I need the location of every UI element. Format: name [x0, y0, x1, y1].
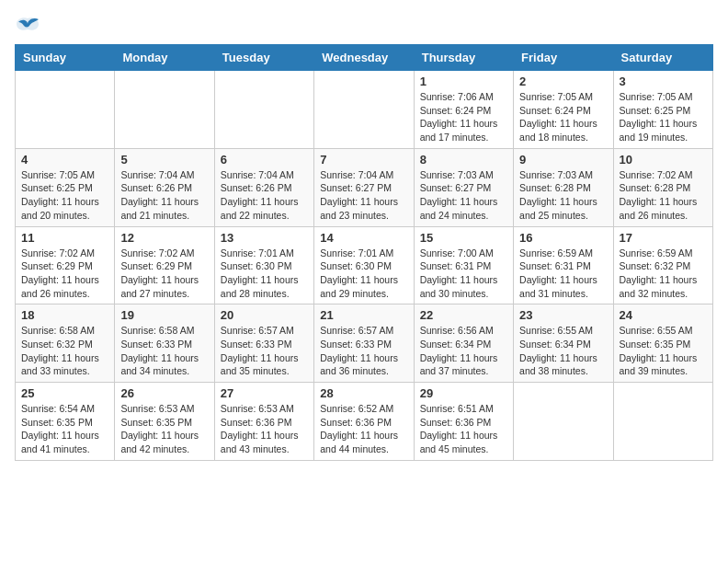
calendar-cell [314, 71, 414, 149]
day-info: Sunrise: 6:52 AM Sunset: 6:36 PM Dayligh… [320, 402, 407, 456]
day-info: Sunrise: 7:05 AM Sunset: 6:24 PM Dayligh… [519, 90, 607, 144]
day-info: Sunrise: 7:02 AM Sunset: 6:28 PM Dayligh… [620, 168, 707, 223]
calendar-cell: 7Sunrise: 7:04 AM Sunset: 6:27 PM Daylig… [314, 148, 414, 226]
day-info: Sunrise: 6:57 AM Sunset: 6:33 PM Dayligh… [221, 324, 308, 378]
calendar-cell [613, 383, 712, 461]
day-number: 13 [221, 231, 308, 245]
weekday-header: Sunday [16, 45, 115, 71]
calendar-cell [514, 383, 613, 461]
day-number: 21 [320, 308, 407, 322]
day-number: 25 [21, 386, 108, 400]
day-info: Sunrise: 6:56 AM Sunset: 6:34 PM Dayligh… [420, 324, 507, 378]
day-info: Sunrise: 6:55 AM Sunset: 6:35 PM Dayligh… [620, 324, 707, 378]
day-info: Sunrise: 6:58 AM Sunset: 6:33 PM Dayligh… [120, 324, 208, 378]
day-info: Sunrise: 6:57 AM Sunset: 6:33 PM Dayligh… [320, 324, 407, 378]
calendar-cell: 5Sunrise: 7:04 AM Sunset: 6:26 PM Daylig… [115, 148, 214, 226]
day-info: Sunrise: 7:04 AM Sunset: 6:27 PM Dayligh… [320, 168, 407, 223]
day-number: 2 [519, 75, 607, 88]
calendar-cell: 18Sunrise: 6:58 AM Sunset: 6:32 PM Dayli… [16, 304, 115, 383]
day-info: Sunrise: 7:03 AM Sunset: 6:28 PM Dayligh… [519, 168, 607, 223]
calendar-cell: 27Sunrise: 6:53 AM Sunset: 6:36 PM Dayli… [214, 383, 313, 461]
day-info: Sunrise: 7:02 AM Sunset: 6:29 PM Dayligh… [120, 247, 208, 301]
calendar-cell: 3Sunrise: 7:05 AM Sunset: 6:25 PM Daylig… [613, 71, 712, 149]
calendar-cell: 28Sunrise: 6:52 AM Sunset: 6:36 PM Dayli… [314, 383, 414, 461]
day-info: Sunrise: 7:03 AM Sunset: 6:27 PM Dayligh… [420, 168, 507, 223]
calendar-cell: 21Sunrise: 6:57 AM Sunset: 6:33 PM Dayli… [314, 304, 414, 383]
calendar-cell: 8Sunrise: 7:03 AM Sunset: 6:27 PM Daylig… [414, 148, 513, 226]
day-info: Sunrise: 7:04 AM Sunset: 6:26 PM Dayligh… [120, 168, 208, 223]
day-info: Sunrise: 6:59 AM Sunset: 6:31 PM Dayligh… [519, 247, 607, 301]
day-number: 1 [420, 75, 507, 88]
day-info: Sunrise: 6:55 AM Sunset: 6:34 PM Dayligh… [519, 324, 607, 378]
day-info: Sunrise: 7:06 AM Sunset: 6:24 PM Dayligh… [420, 90, 507, 144]
logo [15, 15, 44, 37]
day-number: 24 [620, 308, 707, 322]
calendar-cell [214, 71, 313, 149]
day-info: Sunrise: 6:53 AM Sunset: 6:35 PM Dayligh… [120, 402, 208, 456]
day-number: 20 [221, 308, 308, 322]
day-number: 6 [221, 153, 308, 167]
calendar-cell: 2Sunrise: 7:05 AM Sunset: 6:24 PM Daylig… [514, 71, 613, 149]
weekday-header: Saturday [613, 45, 712, 71]
day-number: 23 [519, 308, 607, 322]
weekday-header: Thursday [414, 45, 513, 71]
calendar-cell: 23Sunrise: 6:55 AM Sunset: 6:34 PM Dayli… [514, 304, 613, 383]
calendar-cell: 22Sunrise: 6:56 AM Sunset: 6:34 PM Dayli… [414, 304, 513, 383]
day-number: 26 [120, 386, 208, 400]
calendar-week-row: 18Sunrise: 6:58 AM Sunset: 6:32 PM Dayli… [16, 304, 713, 383]
page-header [15, 15, 713, 37]
calendar-cell: 12Sunrise: 7:02 AM Sunset: 6:29 PM Dayli… [115, 226, 214, 304]
day-number: 16 [519, 231, 607, 245]
weekday-header: Monday [115, 45, 214, 71]
day-info: Sunrise: 7:05 AM Sunset: 6:25 PM Dayligh… [620, 90, 707, 144]
day-number: 12 [120, 231, 208, 245]
calendar-table: SundayMondayTuesdayWednesdayThursdayFrid… [15, 44, 713, 461]
day-info: Sunrise: 7:05 AM Sunset: 6:25 PM Dayligh… [21, 168, 108, 223]
day-number: 9 [519, 153, 607, 167]
day-number: 3 [620, 75, 707, 88]
day-info: Sunrise: 6:51 AM Sunset: 6:36 PM Dayligh… [420, 402, 507, 456]
calendar-cell: 6Sunrise: 7:04 AM Sunset: 6:26 PM Daylig… [214, 148, 313, 226]
calendar-cell: 4Sunrise: 7:05 AM Sunset: 6:25 PM Daylig… [16, 148, 115, 226]
calendar-cell: 9Sunrise: 7:03 AM Sunset: 6:28 PM Daylig… [514, 148, 613, 226]
calendar-cell: 29Sunrise: 6:51 AM Sunset: 6:36 PM Dayli… [414, 383, 513, 461]
calendar-cell: 19Sunrise: 6:58 AM Sunset: 6:33 PM Dayli… [115, 304, 214, 383]
day-info: Sunrise: 6:59 AM Sunset: 6:32 PM Dayligh… [620, 247, 707, 301]
calendar-cell: 26Sunrise: 6:53 AM Sunset: 6:35 PM Dayli… [115, 383, 214, 461]
day-number: 7 [320, 153, 407, 167]
weekday-header-row: SundayMondayTuesdayWednesdayThursdayFrid… [16, 45, 713, 71]
calendar-cell: 14Sunrise: 7:01 AM Sunset: 6:30 PM Dayli… [314, 226, 414, 304]
day-number: 19 [120, 308, 208, 322]
calendar-cell: 13Sunrise: 7:01 AM Sunset: 6:30 PM Dayli… [214, 226, 313, 304]
calendar-cell [16, 71, 115, 149]
day-number: 11 [21, 231, 108, 245]
day-number: 29 [420, 386, 507, 400]
day-info: Sunrise: 7:00 AM Sunset: 6:31 PM Dayligh… [420, 247, 507, 301]
day-info: Sunrise: 6:58 AM Sunset: 6:32 PM Dayligh… [21, 324, 108, 378]
calendar-cell: 16Sunrise: 6:59 AM Sunset: 6:31 PM Dayli… [514, 226, 613, 304]
calendar-cell: 11Sunrise: 7:02 AM Sunset: 6:29 PM Dayli… [16, 226, 115, 304]
calendar-cell: 10Sunrise: 7:02 AM Sunset: 6:28 PM Dayli… [613, 148, 712, 226]
day-number: 27 [221, 386, 308, 400]
calendar-cell [115, 71, 214, 149]
day-number: 10 [620, 153, 707, 167]
day-number: 22 [420, 308, 507, 322]
calendar-week-row: 11Sunrise: 7:02 AM Sunset: 6:29 PM Dayli… [16, 226, 713, 304]
calendar-cell: 20Sunrise: 6:57 AM Sunset: 6:33 PM Dayli… [214, 304, 313, 383]
calendar-week-row: 4Sunrise: 7:05 AM Sunset: 6:25 PM Daylig… [16, 148, 713, 226]
day-info: Sunrise: 7:02 AM Sunset: 6:29 PM Dayligh… [21, 247, 108, 301]
weekday-header: Wednesday [314, 45, 414, 71]
weekday-header: Tuesday [214, 45, 313, 71]
calendar-week-row: 25Sunrise: 6:54 AM Sunset: 6:35 PM Dayli… [16, 383, 713, 461]
day-number: 4 [21, 153, 108, 167]
day-number: 17 [620, 231, 707, 245]
calendar-week-row: 1Sunrise: 7:06 AM Sunset: 6:24 PM Daylig… [16, 71, 713, 149]
day-info: Sunrise: 7:01 AM Sunset: 6:30 PM Dayligh… [221, 247, 308, 301]
calendar-cell: 1Sunrise: 7:06 AM Sunset: 6:24 PM Daylig… [414, 71, 513, 149]
weekday-header: Friday [514, 45, 613, 71]
day-number: 28 [320, 386, 407, 400]
calendar-cell: 24Sunrise: 6:55 AM Sunset: 6:35 PM Dayli… [613, 304, 712, 383]
calendar-cell: 25Sunrise: 6:54 AM Sunset: 6:35 PM Dayli… [16, 383, 115, 461]
day-info: Sunrise: 6:53 AM Sunset: 6:36 PM Dayligh… [221, 402, 308, 456]
day-number: 15 [420, 231, 507, 245]
